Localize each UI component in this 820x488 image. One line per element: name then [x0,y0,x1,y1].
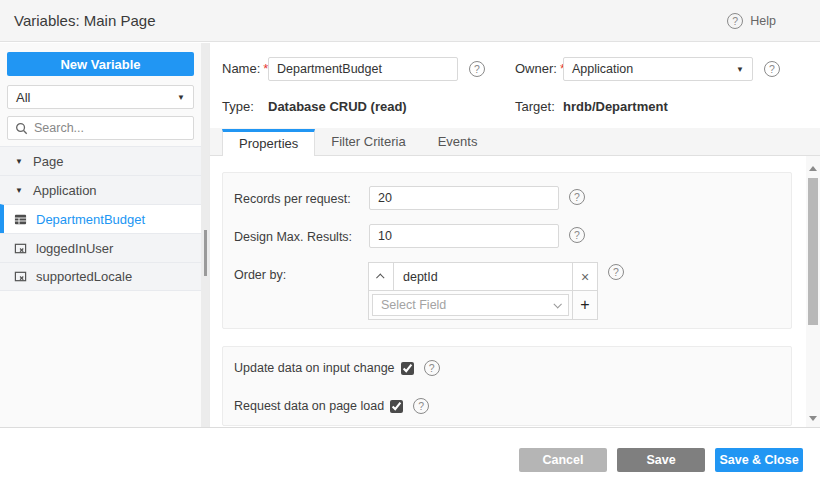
page-title: Variables: Main Page [14,12,155,29]
sidebar-scrollbar[interactable] [201,43,209,427]
tree-group-application[interactable]: ▼ Application [0,175,201,204]
type-label: Type: [222,95,254,119]
type-value: Database CRUD (read) [268,97,407,117]
target-value: hrdb/Department [563,97,668,117]
dialog-footer: Cancel Save Save & Close [0,427,820,488]
behavior-settings-panel: Update data on input change ? Request da… [222,346,792,426]
variable-filter-value: All [16,90,30,105]
save-and-close-button[interactable]: Save & Close [715,448,803,472]
tab-filter-criteria[interactable]: Filter Criteria [315,128,421,155]
scroll-down-arrow-icon[interactable] [809,416,817,421]
tree-item-label: DepartmentBudget [36,212,145,227]
chevron-down-icon [553,300,561,308]
records-per-request-label: Records per request: [234,192,351,206]
owner-value: Application [572,62,633,76]
variable-search-box [7,116,194,140]
tree-item-label: loggedInUser [36,241,113,256]
order-by-add-row: Select Field + [369,291,597,319]
request-on-load-row: Request data on page load ? [234,398,429,414]
static-variable-icon [14,270,27,283]
search-icon [15,122,28,135]
request-on-load-label: Request data on page load [234,399,384,413]
name-help-icon[interactable]: ? [469,61,485,77]
variables-tree: ▼ Page ▼ Application DepartmentBudget [0,146,201,291]
update-on-input-checkbox[interactable] [401,362,414,375]
update-on-input-label: Update data on input change [234,361,395,375]
caret-down-icon: ▼ [14,157,24,166]
help-label: Help [750,14,776,28]
records-per-request-input[interactable] [369,186,559,210]
dropdown-arrow-icon: ▼ [177,93,185,102]
design-max-results-input[interactable] [369,224,559,248]
tree-item-departmentbudget[interactable]: DepartmentBudget [0,204,201,233]
update-on-input-help-icon[interactable]: ? [424,360,440,376]
name-input[interactable] [268,57,458,81]
detail-tabbar: Properties Filter Criteria Events [210,128,820,156]
tree-item-supportedlocale[interactable]: supportedLocale [0,262,201,291]
request-on-load-checkbox[interactable] [390,400,403,413]
design-max-results-label: Design Max. Results: [234,230,352,244]
variables-sidebar: New Variable All ▼ ▼ Page ▼ Ap [0,43,210,427]
target-label: Target: [515,95,555,119]
add-order-field-button[interactable]: + [572,291,597,319]
order-by-group: deptId × Select Field + [368,262,598,320]
design-max-results-help-icon[interactable]: ? [569,227,585,243]
owner-label: Owner:* [515,57,565,81]
scroll-up-arrow-icon[interactable] [809,166,817,171]
crud-variable-icon [14,213,27,226]
variable-search-input[interactable] [34,121,195,135]
help-button[interactable]: ? Help [727,13,776,29]
help-icon: ? [727,13,743,29]
tree-group-label: Page [33,154,63,169]
sort-ascending-button[interactable] [369,263,394,290]
tab-events[interactable]: Events [422,128,494,155]
sidebar-inner: New Variable All ▼ ▼ Page ▼ Ap [0,43,201,427]
tree-group-label: Application [33,183,97,198]
remove-order-field-button[interactable]: × [572,263,597,290]
tree-group-page[interactable]: ▼ Page [0,146,201,175]
owner-help-icon[interactable]: ? [764,61,780,77]
variable-detail-panel: Name:* ? Owner:* Application ▼ ? Type: D… [210,43,820,427]
variables-dialog: Variables: Main Page ? Help New Variable… [0,0,820,488]
update-on-input-row: Update data on input change ? [234,360,440,376]
variable-filter-select[interactable]: All ▼ [7,85,194,109]
content-scrollbar-thumb[interactable] [808,178,818,325]
select-field-dropdown[interactable]: Select Field [372,294,569,316]
order-by-row: deptId × [369,263,597,291]
chevron-up-icon [376,273,384,281]
content-scrollbar[interactable] [806,156,820,427]
save-button[interactable]: Save [617,448,705,472]
dropdown-arrow-icon: ▼ [736,65,744,74]
tab-properties[interactable]: Properties [222,129,315,156]
static-variable-icon [14,242,27,255]
records-per-request-help-icon[interactable]: ? [569,189,585,205]
caret-down-icon: ▼ [14,186,24,195]
tree-item-label: supportedLocale [36,269,132,284]
request-on-load-help-icon[interactable]: ? [413,398,429,414]
properties-tab-content: Records per request: ? Design Max. Resul… [210,156,820,427]
owner-select[interactable]: Application ▼ [563,57,753,81]
order-by-label: Order by: [234,268,286,282]
sidebar-scrollbar-thumb[interactable] [204,230,207,276]
tree-item-loggedinuser[interactable]: loggedInUser [0,233,201,262]
name-label: Name:* [222,57,268,81]
select-field-placeholder: Select Field [381,298,446,312]
order-by-field-value: deptId [394,263,572,290]
dialog-header: Variables: Main Page ? Help [0,0,820,42]
cancel-button[interactable]: Cancel [519,448,607,472]
order-by-help-icon[interactable]: ? [608,264,624,280]
new-variable-button[interactable]: New Variable [7,52,194,76]
data-settings-panel: Records per request: ? Design Max. Resul… [222,172,792,329]
